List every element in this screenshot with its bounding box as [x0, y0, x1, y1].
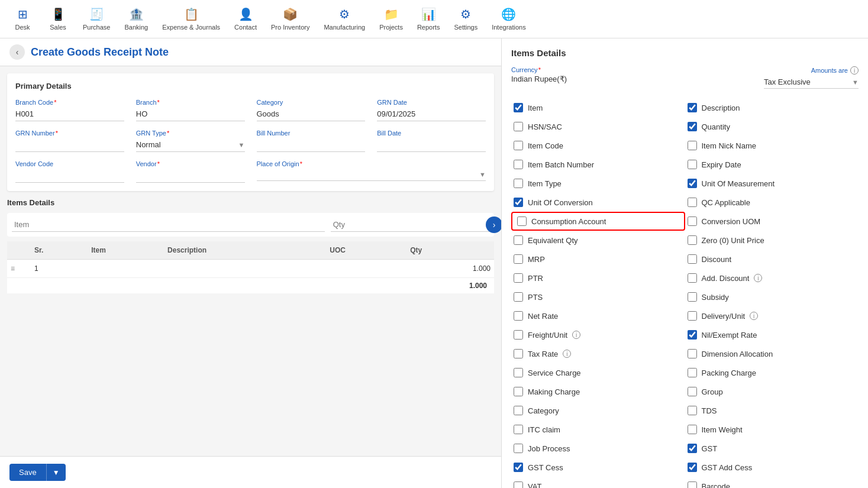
nav-projects[interactable]: 📁 Projects — [372, 4, 410, 34]
checkbox-pts[interactable]: PTS — [511, 287, 685, 306]
checkbox-item-weight[interactable]: Item Weight — [685, 420, 859, 439]
checkbox-input-pts[interactable] — [514, 292, 523, 302]
checkbox-unit-of-measurement[interactable]: Unit Of Measurement — [685, 174, 859, 193]
place-of-origin-select[interactable]: ▼ — [257, 169, 486, 181]
save-btn-arrow[interactable]: ▼ — [47, 464, 66, 481]
checkbox-freight/unit[interactable]: Freight/Uniti — [511, 325, 685, 344]
checkbox-input-gst-cess[interactable] — [514, 463, 523, 472]
checkbox-input-making-charge[interactable] — [514, 387, 523, 396]
checkbox-mrp[interactable]: MRP — [511, 250, 685, 269]
nav-integrations[interactable]: 🌐 Integrations — [485, 4, 533, 34]
back-button[interactable]: ‹ — [9, 44, 25, 60]
checkbox-hsn/sac[interactable]: HSN/SAC — [511, 117, 685, 136]
vendor-code-input[interactable] — [15, 169, 124, 183]
checkbox-input-hsn/sac[interactable] — [514, 122, 523, 131]
checkbox-input-nil/exempt-rate[interactable] — [688, 330, 697, 340]
expand-button[interactable]: › — [486, 216, 501, 233]
checkbox-barcode[interactable]: Barcode — [685, 477, 859, 488]
info-icon[interactable]: i — [563, 350, 571, 358]
checkbox-service-charge[interactable]: Service Charge — [511, 363, 685, 382]
checkbox-input-gst-add-cess[interactable] — [688, 463, 697, 472]
checkbox-tax-rate[interactable]: Tax Ratei — [511, 344, 685, 363]
checkbox-input-item-nick-name[interactable] — [688, 141, 697, 150]
checkbox-consumption-account[interactable]: Consumption Account — [511, 212, 685, 231]
checkbox-input-ptr[interactable] — [514, 273, 523, 283]
nav-banking[interactable]: 🏦 Banking — [117, 4, 155, 34]
checkbox-input-group[interactable] — [688, 387, 697, 396]
checkbox-gst-cess[interactable]: GST Cess — [511, 458, 685, 477]
checkbox-item[interactable]: Item — [511, 98, 685, 117]
checkbox-input-tds[interactable] — [688, 406, 697, 415]
checkbox-input-quantity[interactable] — [688, 122, 697, 131]
branch-code-input[interactable] — [15, 107, 124, 121]
checkbox-input-net-rate[interactable] — [514, 311, 523, 321]
checkbox-item-type[interactable]: Item Type — [511, 174, 685, 193]
item-search-input[interactable] — [12, 218, 325, 232]
checkbox-input-item-code[interactable] — [514, 141, 523, 150]
nav-settings[interactable]: ⚙ Settings — [447, 4, 485, 34]
checkbox-quantity[interactable]: Quantity — [685, 117, 859, 136]
info-icon[interactable]: i — [754, 274, 762, 282]
checkbox-input-service-charge[interactable] — [514, 368, 523, 377]
checkbox-discount[interactable]: Discount — [685, 250, 859, 269]
checkbox-input-consumption-account[interactable] — [517, 216, 527, 226]
checkbox-input-category[interactable] — [514, 406, 523, 415]
save-btn-label[interactable]: Save — [9, 464, 47, 481]
checkbox-input-packing-charge[interactable] — [688, 368, 697, 377]
drag-handle-icon[interactable]: ≡ — [11, 264, 15, 273]
checkbox-input-add.-discount[interactable] — [688, 273, 697, 283]
checkbox-input-tax-rate[interactable] — [514, 349, 523, 358]
info-icon[interactable]: i — [750, 312, 758, 320]
checkbox-vat[interactable]: VAT — [511, 477, 685, 488]
grn-number-input[interactable] — [15, 138, 124, 152]
nav-contact[interactable]: 👤 Contact — [227, 4, 264, 34]
checkbox-qc-applicable[interactable]: QC Applicable — [685, 193, 859, 212]
nav-sales[interactable]: 📱 Sales — [40, 4, 76, 34]
checkbox-input-unit-of-measurement[interactable] — [688, 179, 697, 188]
checkbox-zero-(0)-unit-price[interactable]: Zero (0) Unit Price — [685, 231, 859, 250]
checkbox-input-barcode[interactable] — [688, 481, 697, 488]
checkbox-subsidy[interactable]: Subsidy — [685, 287, 859, 306]
checkbox-delivery/unit[interactable]: Delivery/Uniti — [685, 306, 859, 325]
checkbox-category[interactable]: Category — [511, 401, 685, 420]
checkbox-input-qc-applicable[interactable] — [688, 198, 697, 207]
checkbox-input-item-type[interactable] — [514, 179, 523, 188]
checkbox-input-delivery/unit[interactable] — [688, 311, 697, 321]
checkbox-input-item-weight[interactable] — [688, 425, 697, 434]
checkbox-input-vat[interactable] — [514, 481, 523, 488]
checkbox-input-item[interactable] — [514, 103, 523, 112]
info-icon[interactable]: i — [572, 331, 580, 339]
checkbox-gst[interactable]: GST — [685, 439, 859, 458]
checkbox-net-rate[interactable]: Net Rate — [511, 306, 685, 325]
checkbox-description[interactable]: Description — [685, 98, 859, 117]
checkbox-input-discount[interactable] — [688, 254, 697, 264]
save-button-group[interactable]: Save ▼ — [9, 464, 66, 481]
checkbox-input-mrp[interactable] — [514, 254, 523, 264]
checkbox-tds[interactable]: TDS — [685, 401, 859, 420]
grn-type-select[interactable]: Normal ▼ — [136, 138, 245, 152]
checkbox-expiry-date[interactable]: Expiry Date — [685, 155, 859, 174]
checkbox-item-batch-number[interactable]: Item Batch Number — [511, 155, 685, 174]
checkbox-input-subsidy[interactable] — [688, 292, 697, 302]
nav-desk[interactable]: ⊞ Desk — [5, 4, 40, 34]
checkbox-input-expiry-date[interactable] — [688, 160, 697, 169]
vendor-input[interactable] — [136, 169, 245, 183]
amounts-select[interactable]: Tax Exclusive ▼ — [764, 76, 859, 89]
checkbox-input-itc-claim[interactable] — [514, 425, 523, 434]
nav-pro-inventory[interactable]: 📦 Pro Inventory — [264, 4, 317, 34]
nav-reports[interactable]: 📊 Reports — [410, 4, 447, 34]
checkbox-input-zero-(0)-unit-price[interactable] — [688, 235, 697, 245]
checkbox-input-equivalent-qty[interactable] — [514, 235, 523, 245]
checkbox-gst-add-cess[interactable]: GST Add Cess — [685, 458, 859, 477]
item-cell[interactable] — [88, 260, 164, 278]
checkbox-nil/exempt-rate[interactable]: Nil/Exempt Rate — [685, 325, 859, 344]
nav-purchase[interactable]: 🧾 Purchase — [76, 4, 117, 34]
nav-expense-journals[interactable]: 📋 Expense & Journals — [155, 4, 227, 34]
checkbox-input-job-process[interactable] — [514, 444, 523, 453]
checkbox-job-process[interactable]: Job Process — [511, 439, 685, 458]
checkbox-input-freight/unit[interactable] — [514, 330, 523, 340]
checkbox-dimension-allocation[interactable]: Dimension Allocation — [685, 344, 859, 363]
checkbox-item-nick-name[interactable]: Item Nick Name — [685, 136, 859, 155]
description-cell[interactable] — [164, 260, 326, 278]
checkbox-item-code[interactable]: Item Code — [511, 136, 685, 155]
